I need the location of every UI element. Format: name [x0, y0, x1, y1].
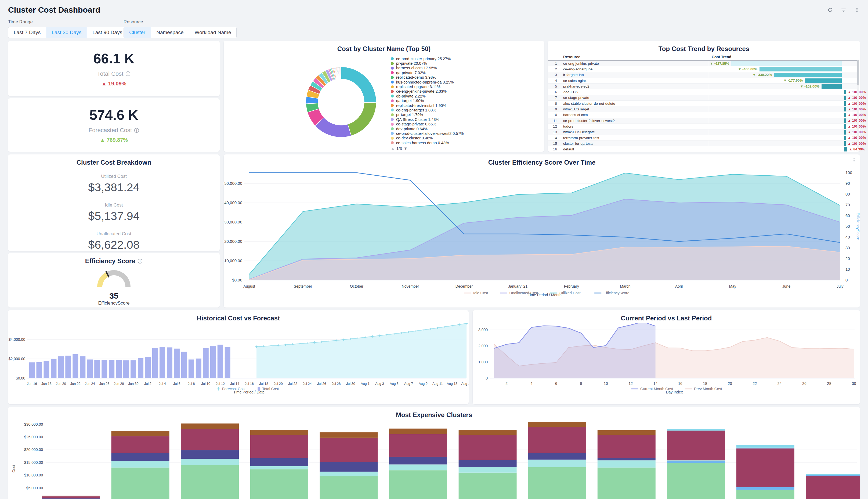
donut-legend-item[interactable]: ce-prod-cluster-failover-uswest2 0.57% [391, 131, 464, 136]
row-cost-trend: ▲ 100.00% [709, 123, 857, 129]
most-expensive-panel: Most Expensive Clusters $5,000.00$10,000… [8, 407, 860, 499]
donut-legend-item[interactable]: k8s-connected-onprem-qa 3.25% [391, 80, 464, 84]
donut-legend-item[interactable]: ce-eng-jenkins-private 2.33% [391, 89, 464, 94]
donut-legend-item[interactable]: ce-sales-harness-demo 0.43% [391, 141, 464, 145]
row-cost-trend: ▲ 100.00% [709, 130, 857, 135]
svg-text:April: April [675, 284, 683, 289]
column-header-resource[interactable]: Resource [560, 54, 709, 60]
donut-legend-item[interactable]: ce-dev-cluster 0.46% [391, 136, 464, 141]
svg-text:24: 24 [778, 381, 782, 386]
donut-legend-item[interactable]: replicated-demo 3.93% [391, 75, 464, 80]
svg-text:February: February [564, 284, 579, 289]
legend-label: qa-target 1.90% [396, 99, 424, 103]
svg-text:Jul 12: Jul 12 [216, 382, 225, 386]
legend-label: QA Stress Cluster 1.43% [396, 117, 439, 122]
donut-legend-item[interactable]: dev-private 0.64% [391, 126, 464, 131]
topbar: Cluster Cost Dashboard [8, 4, 860, 16]
svg-text:Utilized Cost: Utilized Cost [559, 291, 580, 295]
most-expensive-chart: $5,000.00$10,000.00$15,000.00$20,000.00$… [8, 419, 860, 499]
row-cost-trend: ▲ 100.00% [709, 112, 857, 118]
legend-dot-icon [391, 104, 394, 107]
info-icon[interactable]: i [134, 128, 139, 133]
resource-option-cluster[interactable]: Cluster [124, 27, 151, 38]
svg-text:10: 10 [604, 381, 608, 386]
panel-kebab-icon[interactable] [852, 158, 856, 164]
table-scrollbar[interactable] [857, 60, 859, 148]
time-range-option-last-7-days[interactable]: Last 7 Days [8, 27, 46, 38]
legend-page-down-icon[interactable]: ▼ [404, 146, 408, 151]
donut-legend-item[interactable]: replicated-fresh-install 1.90% [391, 103, 464, 108]
donut-legend-item[interactable]: replicated-upgrade 3.11% [391, 84, 464, 89]
legend-dot-icon [391, 137, 394, 139]
row-rank: 10 [548, 113, 560, 117]
legend-label: ce-stage-private 0.65% [396, 122, 436, 126]
svg-text:8: 8 [580, 381, 582, 386]
column-header-cost-trend[interactable]: Cost Trend [709, 54, 857, 60]
row-cost-trend: ▲ 100.00% [709, 106, 857, 112]
svg-text:$0.00: $0.00 [16, 376, 25, 380]
legend-page-label: 1/3 [396, 146, 402, 151]
trend-bar [805, 78, 842, 83]
forecasted-cost-value: 574.6 K [89, 107, 138, 123]
filter-icon[interactable] [841, 7, 846, 13]
legend-dot-icon [391, 57, 394, 60]
efficiency-gauge: 35EfficiencyScore [8, 261, 220, 307]
svg-text:20: 20 [845, 256, 850, 261]
table-row: 14terraform-provider-test▲ 100.00% [548, 135, 857, 141]
donut-legend-item[interactable]: qa-target 1.90% [391, 99, 464, 103]
svg-text:i: i [127, 72, 129, 75]
legend-dot-icon [391, 85, 394, 88]
row-resource: wfmx-ECSDelegate [560, 130, 709, 135]
svg-text:Jun 30: Jun 30 [129, 382, 138, 386]
table-row: 11ce-prod-cluster-failover-uswest2▲ 100.… [548, 118, 857, 123]
svg-text:0: 0 [845, 278, 847, 282]
legend-label: harness-ci-ccm 17.95% [396, 66, 437, 70]
legend-label: ce-prod-cluster-primary 25.27% [396, 57, 451, 61]
resource-option-workload-name[interactable]: Workload Name [190, 27, 236, 38]
svg-text:20: 20 [728, 381, 732, 386]
donut-legend-item[interactable]: pr-private 20.07% [391, 61, 464, 65]
legend-page-up-icon[interactable]: ▲ [391, 146, 395, 151]
svg-text:$5,000.00: $5,000.00 [26, 486, 43, 490]
svg-text:December: December [455, 284, 473, 289]
svg-text:Aug 13: Aug 13 [447, 382, 457, 386]
time-range-option-last-90-days[interactable]: Last 90 Days [87, 27, 128, 38]
legend-label: ce-dev-cluster 0.46% [396, 136, 433, 140]
table-row: 16default▲ 84.39% [548, 146, 857, 152]
donut-legend-item[interactable]: ce-prod-cluster-primary 25.27% [391, 57, 464, 61]
svg-text:6: 6 [555, 381, 557, 386]
svg-text:January '21: January '21 [508, 284, 527, 289]
svg-text:Jun 24: Jun 24 [85, 382, 95, 386]
donut-legend-item[interactable]: QA Stress Cluster 1.43% [391, 117, 464, 122]
row-cost-trend: ▲ 100.00% [709, 135, 857, 141]
idle-cost-value: $5,137.94 [8, 209, 220, 223]
legend-dot-icon [391, 118, 394, 121]
svg-text:Jul 2: Jul 2 [144, 382, 151, 386]
donut-legend-item[interactable]: ce-eng-pr-target 1.88% [391, 108, 464, 112]
svg-text:$30,000.00: $30,000.00 [224, 220, 242, 224]
top-cost-trend-title: Top Cost Trend by Resources [548, 41, 860, 53]
svg-text:$10,000.00: $10,000.00 [224, 258, 242, 263]
svg-text:EfficiencyScore: EfficiencyScore [856, 212, 860, 240]
resource-option-namespace[interactable]: Namespace [151, 27, 189, 38]
donut-legend-item[interactable]: pr-target 1.79% [391, 112, 464, 117]
legend-dot-icon [391, 109, 394, 111]
kebab-menu-icon[interactable] [854, 7, 860, 13]
svg-text:60: 60 [845, 213, 850, 218]
svg-text:Jul 16: Jul 16 [245, 382, 254, 386]
svg-text:26: 26 [802, 381, 807, 386]
total-cost-value: 66.1 K [93, 50, 134, 66]
donut-legend-item[interactable]: qb-private 2.22% [391, 94, 464, 98]
donut-legend: ce-prod-cluster-primary 25.27%pr-private… [391, 57, 464, 145]
svg-text:Jun 20: Jun 20 [56, 382, 66, 386]
time-range-option-last-30-days[interactable]: Last 30 Days [46, 27, 87, 38]
table-row: 7ce-stage-private▲ 100.00% [548, 95, 857, 101]
svg-text:Jul 18: Jul 18 [259, 382, 268, 386]
refresh-icon[interactable] [827, 7, 833, 13]
donut-legend-item[interactable]: ce-stage-private 0.65% [391, 122, 464, 126]
svg-text:Jun 26: Jun 26 [99, 382, 110, 386]
donut-legend-item[interactable]: qa-private 7.02% [391, 70, 464, 75]
donut-legend-item[interactable]: harness-ci-ccm 17.95% [391, 66, 464, 70]
row-resource: Zee-ECS [560, 89, 709, 95]
info-icon[interactable]: i [125, 71, 131, 76]
